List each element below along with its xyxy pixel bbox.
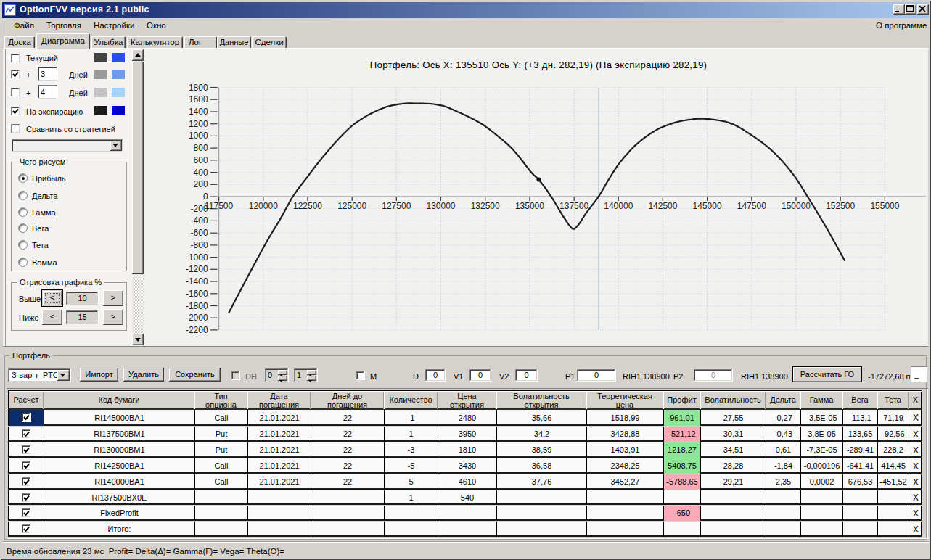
svg-text:127500: 127500 <box>382 201 411 211</box>
svg-text:130000: 130000 <box>426 201 455 211</box>
svg-text:-2200: -2200 <box>186 325 208 335</box>
svg-text:1800: 1800 <box>189 83 208 93</box>
svg-text:145000: 145000 <box>693 201 722 211</box>
svg-text:-2000: -2000 <box>186 313 208 323</box>
svg-text:117500: 117500 <box>205 201 233 211</box>
svg-text:152500: 152500 <box>826 201 855 211</box>
svg-text:-1800: -1800 <box>186 301 208 311</box>
svg-text:0: 0 <box>203 192 208 202</box>
svg-text:150000: 150000 <box>782 201 811 211</box>
svg-text:800: 800 <box>194 143 208 153</box>
svg-text:-400: -400 <box>191 215 208 226</box>
svg-text:137500: 137500 <box>559 201 588 211</box>
svg-text:-1600: -1600 <box>186 289 208 299</box>
svg-text:1000: 1000 <box>189 131 208 141</box>
svg-text:1400: 1400 <box>189 107 208 117</box>
svg-text:-600: -600 <box>191 228 208 238</box>
svg-text:142500: 142500 <box>648 201 677 211</box>
svg-text:-800: -800 <box>191 240 208 250</box>
svg-text:-1200: -1200 <box>186 264 208 274</box>
svg-text:140000: 140000 <box>604 201 633 211</box>
svg-text:125000: 125000 <box>337 201 366 211</box>
svg-text:147500: 147500 <box>737 201 766 211</box>
svg-text:600: 600 <box>194 155 208 165</box>
svg-text:155000: 155000 <box>870 201 899 211</box>
svg-text:200: 200 <box>194 179 208 189</box>
svg-text:1600: 1600 <box>189 94 208 104</box>
svg-text:1200: 1200 <box>189 119 208 129</box>
svg-text:122500: 122500 <box>293 201 322 211</box>
svg-text:-1400: -1400 <box>186 276 208 287</box>
svg-text:120000: 120000 <box>249 201 278 211</box>
svg-text:132500: 132500 <box>471 201 500 211</box>
svg-text:Портфель: Ось X: 135510 Ось Y:: Портфель: Ось X: 135510 Ось Y: (+3 дн. 2… <box>370 59 708 70</box>
svg-text:400: 400 <box>194 168 208 178</box>
svg-text:-1000: -1000 <box>186 252 208 263</box>
svg-text:135000: 135000 <box>515 201 544 211</box>
